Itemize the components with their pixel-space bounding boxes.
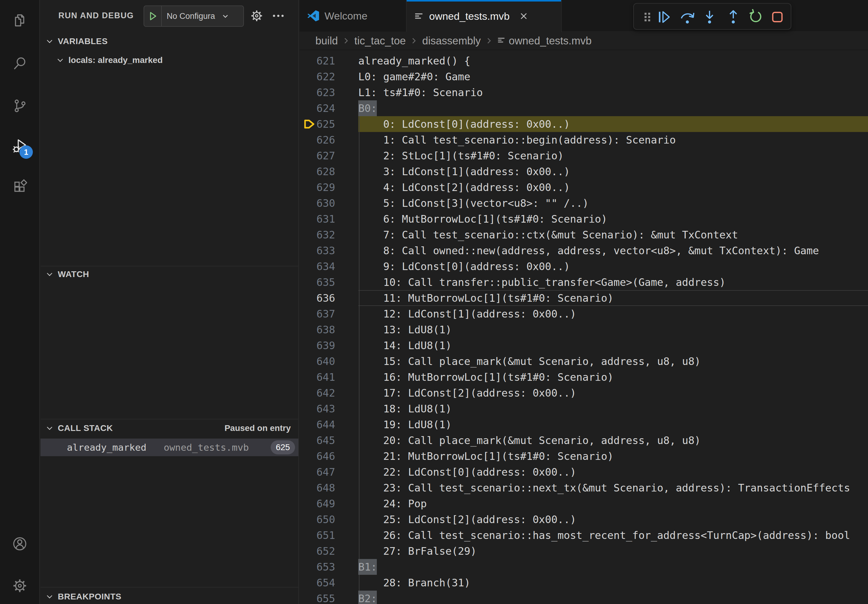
gutter[interactable]: 635 bbox=[299, 274, 358, 290]
code-line-652[interactable]: 652 27: BrFalse(29) bbox=[299, 543, 868, 559]
code-line-644[interactable]: 644 19: LdU8(1) bbox=[299, 417, 868, 432]
settings-gear-icon[interactable] bbox=[0, 578, 39, 593]
code-line-641[interactable]: 641 16: MutBorrowLoc[1](ts#1#0: Scenario… bbox=[299, 369, 868, 385]
launch-config-dropdown[interactable]: No Configura bbox=[144, 5, 244, 27]
breadcrumb[interactable]: buildtic_tac_toedisassemblyowned_tests.m… bbox=[299, 32, 868, 50]
code-line-630[interactable]: 630 5: LdConst[3](vector<u8>: "" /..) bbox=[299, 195, 868, 211]
line-number[interactable]: 632 bbox=[299, 227, 358, 243]
line-number[interactable]: 644 bbox=[299, 417, 358, 432]
breadcrumb-item[interactable]: build bbox=[315, 35, 338, 47]
code-line-655[interactable]: 655B2: bbox=[299, 591, 868, 604]
line-number[interactable]: 646 bbox=[299, 448, 358, 464]
line-number[interactable]: 637 bbox=[299, 306, 358, 322]
code-line-634[interactable]: 634 9: LdConst[0](address: 0x00..) bbox=[299, 259, 868, 274]
code-line-635[interactable]: 635 10: Call transfer::public_transfer<G… bbox=[299, 274, 868, 290]
gutter[interactable]: 628 bbox=[299, 164, 358, 180]
line-number[interactable]: 636 bbox=[299, 290, 358, 306]
gutter[interactable]: 638 bbox=[299, 322, 358, 338]
code-line-627[interactable]: 627 2: StLoc[1](ts#1#0: Scenario) bbox=[299, 148, 868, 164]
code-line-651[interactable]: 651 26: Call test_scenario::has_most_rec… bbox=[299, 527, 868, 543]
gutter[interactable]: 646 bbox=[299, 448, 358, 464]
line-number[interactable]: 623 bbox=[299, 85, 358, 101]
code-line-628[interactable]: 628 3: LdConst[1](address: 0x00..) bbox=[299, 164, 868, 180]
line-number[interactable]: 634 bbox=[299, 259, 358, 274]
section-breakpoints[interactable]: BREAKPOINTS bbox=[40, 589, 298, 604]
close-icon[interactable] bbox=[519, 11, 529, 21]
code-line-649[interactable]: 649 24: Pop bbox=[299, 496, 868, 511]
code-line-632[interactable]: 632 7: Call test_scenario::ctx(&mut Scen… bbox=[299, 227, 868, 243]
line-number[interactable]: 654 bbox=[299, 575, 358, 591]
gutter[interactable]: 626 bbox=[299, 132, 358, 148]
start-debug-button[interactable] bbox=[144, 6, 162, 26]
line-number[interactable]: 648 bbox=[299, 480, 358, 496]
gutter[interactable]: 629 bbox=[299, 180, 358, 195]
line-number[interactable]: 635 bbox=[299, 274, 358, 290]
code-line-636[interactable]: 636 11: MutBorrowLoc[1](ts#1#0: Scenario… bbox=[299, 290, 868, 306]
line-number[interactable]: 650 bbox=[299, 511, 358, 527]
code-line-650[interactable]: 650 25: LdConst[2](address: 0x00..) bbox=[299, 511, 868, 527]
line-number[interactable]: 633 bbox=[299, 243, 358, 259]
line-number[interactable]: 628 bbox=[299, 164, 358, 180]
code-line-623[interactable]: 623L1: ts#1#0: Scenario bbox=[299, 85, 868, 101]
line-number[interactable]: 621 bbox=[299, 53, 358, 69]
code-line-633[interactable]: 633 8: Call owned::new(address, address,… bbox=[299, 243, 868, 259]
code-line-624[interactable]: 624B0: bbox=[299, 101, 868, 116]
line-number[interactable]: 647 bbox=[299, 464, 358, 480]
code-line-631[interactable]: 631 6: MutBorrowLoc[1](ts#1#0: Scenario) bbox=[299, 211, 868, 227]
line-number[interactable]: 638 bbox=[299, 322, 358, 338]
continue-icon[interactable] bbox=[656, 9, 672, 25]
breadcrumb-item[interactable]: tic_tac_toe bbox=[354, 35, 406, 47]
stack-frame-row[interactable]: already_marked owned_tests.mvb 625 bbox=[40, 438, 298, 456]
more-actions-icon[interactable] bbox=[272, 14, 284, 19]
gutter[interactable]: 645 bbox=[299, 432, 358, 448]
code-line-639[interactable]: 639 14: LdU8(1) bbox=[299, 338, 868, 353]
gutter[interactable]: 650 bbox=[299, 511, 358, 527]
code-editor[interactable]: 621already_marked() {622L0: game#2#0: Ga… bbox=[299, 51, 868, 604]
code-line-626[interactable]: 626 1: Call test_scenario::begin(address… bbox=[299, 132, 868, 148]
code-line-637[interactable]: 637 12: LdConst[1](address: 0x00..) bbox=[299, 306, 868, 322]
gutter[interactable]: 640 bbox=[299, 353, 358, 369]
line-number[interactable]: 649 bbox=[299, 496, 358, 511]
explorer-icon[interactable] bbox=[0, 13, 39, 28]
gutter[interactable]: 632 bbox=[299, 227, 358, 243]
gutter[interactable]: 654 bbox=[299, 575, 358, 591]
step-into-icon[interactable] bbox=[702, 9, 718, 25]
gutter[interactable]: 642 bbox=[299, 385, 358, 401]
gutter[interactable]: 643 bbox=[299, 401, 358, 417]
breadcrumb-item[interactable]: owned_tests.mvb bbox=[509, 35, 592, 47]
line-number[interactable]: 639 bbox=[299, 338, 358, 353]
restart-icon[interactable] bbox=[748, 9, 764, 25]
gutter[interactable]: 655 bbox=[299, 591, 358, 604]
gutter[interactable]: 652 bbox=[299, 543, 358, 559]
line-number[interactable]: 627 bbox=[299, 148, 358, 164]
gutter[interactable]: 648 bbox=[299, 480, 358, 496]
line-number[interactable]: 652 bbox=[299, 543, 358, 559]
gutter[interactable]: 622 bbox=[299, 69, 358, 85]
account-icon[interactable] bbox=[0, 536, 39, 551]
search-icon[interactable] bbox=[0, 56, 39, 71]
gutter[interactable]: 636 bbox=[299, 290, 358, 306]
line-number[interactable]: 626 bbox=[299, 132, 358, 148]
gutter[interactable]: 631 bbox=[299, 211, 358, 227]
gutter[interactable]: 644 bbox=[299, 417, 358, 432]
gutter[interactable]: 630 bbox=[299, 195, 358, 211]
line-number[interactable]: 622 bbox=[299, 69, 358, 85]
code-line-645[interactable]: 645 20: Call place_mark(&mut Scenario, a… bbox=[299, 432, 868, 448]
gutter[interactable]: 639 bbox=[299, 338, 358, 353]
code-line-643[interactable]: 643 18: LdU8(1) bbox=[299, 401, 868, 417]
section-call-stack[interactable]: CALL STACK Paused on entry bbox=[40, 421, 298, 435]
line-number[interactable]: 641 bbox=[299, 369, 358, 385]
line-number[interactable]: 630 bbox=[299, 195, 358, 211]
code-line-654[interactable]: 654 28: Branch(31) bbox=[299, 575, 868, 591]
code-line-621[interactable]: 621already_marked() { bbox=[299, 53, 868, 69]
gutter[interactable]: 649 bbox=[299, 496, 358, 511]
gutter[interactable]: 637 bbox=[299, 306, 358, 322]
line-number[interactable]: 624 bbox=[299, 101, 358, 116]
step-out-icon[interactable] bbox=[725, 9, 741, 25]
code-line-625[interactable]: 625 0: LdConst[0](address: 0x00..) bbox=[299, 116, 868, 132]
variables-scope-row[interactable]: locals: already_marked bbox=[40, 52, 298, 68]
debug-settings-gear-icon[interactable] bbox=[250, 9, 263, 23]
line-number[interactable]: 629 bbox=[299, 180, 358, 195]
gutter[interactable]: 621 bbox=[299, 53, 358, 69]
code-line-640[interactable]: 640 15: Call place_mark(&mut Scenario, a… bbox=[299, 353, 868, 369]
